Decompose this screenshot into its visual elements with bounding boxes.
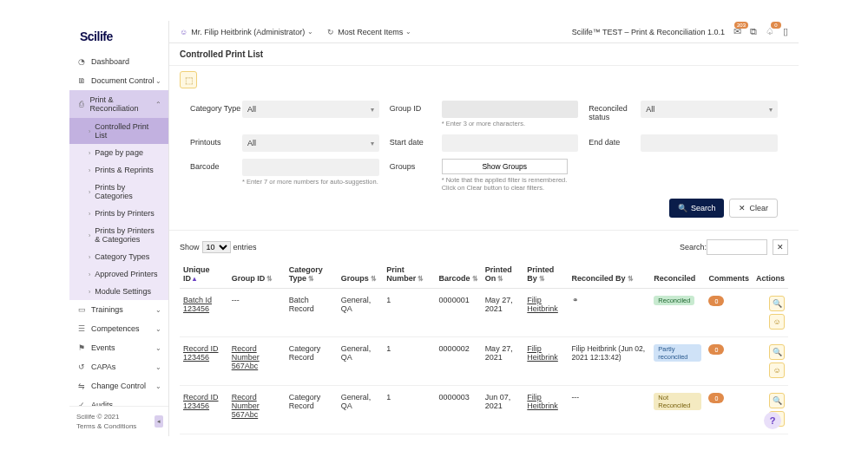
sidebar-item-print-reconciliation[interactable]: ⎙Print & Reconciliation⌃ [69,90,168,118]
page-title: Controlled Print List [169,43,799,66]
filter-category-type-select[interactable]: All [242,101,379,118]
filter-group-id-input[interactable] [442,101,579,118]
show-groups-button[interactable]: Show Groups [442,159,568,174]
filter-category-type-label: Category Type [190,101,242,113]
user-icon: ☺ [180,28,187,36]
sidebar-item-icon: ⇋ [76,382,87,390]
sidebar-sub-prints-reprints[interactable]: ›Prints & Reprints [69,161,168,179]
apps-icon[interactable]: ⧉ [750,26,757,37]
reconciled-badge: Partly reconciled [654,344,701,362]
bell-icon[interactable]: ♤0 [766,26,774,37]
printed-by-link[interactable]: Filip Heitbrink [527,344,558,362]
recent-label: Most Recent Items [338,28,403,36]
chevron-down-icon: ⌄ [405,28,411,36]
sidebar-item-label: Dashboard [91,57,129,66]
filter-end-date-input[interactable] [641,134,778,152]
sidebar-sub-page-by-page[interactable]: ›Page by page [69,144,168,161]
comments-badge[interactable]: 0 [708,344,724,355]
col-unique-id[interactable]: Unique ID▴ [180,260,228,289]
view-action[interactable]: 🔍 [769,344,785,360]
sort-icon: ⇅ [628,275,634,283]
export-button[interactable]: ⬚ [180,71,197,88]
sidebar-item-audits[interactable]: ✓Audits⌄ [69,395,168,406]
filter-reconciled-status-select[interactable]: All [641,101,778,118]
unique-id-link[interactable]: Record ID 123456 [183,344,219,362]
user-menu[interactable]: ☺ Mr. Filip Heitbrink (Administrator) ⌄ [180,28,313,36]
filter-barcode-input[interactable] [242,159,379,176]
sidebar-item-change-control[interactable]: ⇋Change Control⌄ [69,376,168,395]
chevron-icon: ⌃ [155,101,161,108]
search-button[interactable]: 🔍Search [669,199,725,218]
sidebar-item-competences[interactable]: ☰Competences⌄ [69,319,168,338]
printed-by-link[interactable]: Filip Heitbrink [527,393,558,410]
group-id-link[interactable]: Record Number 567Abc [232,344,260,370]
sidebar-collapse-icon[interactable]: ◂ [155,415,163,428]
help-fab[interactable]: ? [764,412,781,429]
sidebar-sub-label: Prints by Categories [95,183,161,200]
sidebar-sub-label: Approved Printers [95,270,157,278]
category-type-value: Category Record [289,344,321,362]
unique-id-link[interactable]: Record ID 123456 [183,393,219,410]
page-toolbar: ⬚ [169,66,799,94]
guide-icon[interactable]: ▯ [783,26,788,37]
filter-printouts-select[interactable]: All [242,134,379,152]
sidebar-item-capas[interactable]: ↺CAPAs⌄ [69,357,168,376]
more-action[interactable]: ☺ [769,362,785,378]
group-id-link[interactable]: Record Number 567Abc [232,393,260,419]
col-print-number[interactable]: Print Number⇅ [383,260,435,289]
history-icon: ↻ [327,28,334,36]
sidebar-item-icon: ◔ [76,57,87,66]
print-number-value: 1 [386,344,391,353]
print-number-value: 1 [386,393,391,402]
col-category-type[interactable]: Category Type⇅ [286,260,338,289]
col-printed-by[interactable]: Printed By⇅ [523,260,568,289]
sidebar-sub-approved-printers[interactable]: ›Approved Printers [69,265,168,283]
sidebar-item-dashboard[interactable]: ◔Dashboard [69,52,168,71]
close-icon: ✕ [739,204,746,212]
group-id-value: --- [232,296,240,304]
reconciled-badge: Reconciled [654,296,694,305]
recent-items[interactable]: ↻ Most Recent Items ⌄ [327,28,411,36]
sidebar-sub-prints-by-categories[interactable]: ›Prints by Categories [69,179,168,205]
table-clear-search[interactable]: ✕ [773,239,788,255]
view-action[interactable]: 🔍 [769,393,785,408]
filter-end-date-label: End date [589,134,641,147]
col-printed-on[interactable]: Printed On⇅ [482,260,524,289]
clear-button[interactable]: ✕Clear [729,199,778,218]
col-reconciled-by[interactable]: Reconciled By⇅ [569,260,651,289]
col-barcode[interactable]: Barcode⇅ [436,260,482,289]
sidebar-item-document-control[interactable]: 🗎Document Control⌄ [69,71,168,90]
sidebar-nav: ◔Dashboard🗎Document Control⌄⎙Print & Rec… [69,52,168,406]
table-search-input[interactable] [707,239,767,255]
entries-per-page-select[interactable]: 10 [202,241,231,253]
sidebar-item-trainings[interactable]: ▭Trainings⌄ [69,300,168,319]
sidebar-sub-module-settings[interactable]: ›Module Settings [69,283,168,300]
sidebar-sub-prints-by-printers[interactable]: ›Prints by Printers [69,205,168,222]
view-action[interactable]: 🔍 [769,296,785,311]
chevron-right-icon: › [89,167,90,173]
comments-badge[interactable]: 0 [708,393,724,403]
col-groups[interactable]: Groups⇅ [338,260,384,289]
messages-icon[interactable]: ✉203 [733,26,741,37]
comments-badge[interactable]: 0 [708,296,724,306]
col-reconciled[interactable]: Reconciled [650,260,705,289]
reconcile-icon[interactable]: ⚭ [572,296,579,304]
col-comments[interactable]: Comments [705,260,753,289]
more-action[interactable]: ☺ [769,314,785,330]
sidebar-sub-prints-by-printers-categories[interactable]: ›Prints by Printers & Categories [69,222,168,248]
sidebar-sub-category-types[interactable]: ›Category Types [69,248,168,265]
sidebar-sub-controlled-print-list[interactable]: ›Controlled Print List [69,118,168,144]
bell-badge: 0 [771,22,781,29]
chevron-right-icon: › [89,289,90,295]
topbar-icons: ✉203 ⧉ ♤0 ▯ [733,26,788,37]
sidebar-item-events[interactable]: ⚑Events⌄ [69,338,168,357]
chevron-right-icon: › [89,128,90,134]
chevron-right-icon: › [89,271,90,277]
messages-badge: 203 [734,22,748,29]
col-group-id[interactable]: Group ID⇅ [228,260,286,289]
printed-by-link[interactable]: Filip Heitbrink [527,296,558,313]
footer-terms[interactable]: Terms & Conditions [76,421,161,431]
col-actions[interactable]: Actions [753,260,788,289]
unique-id-link[interactable]: Batch Id 123456 [183,296,212,313]
filter-start-date-input[interactable] [442,134,579,152]
